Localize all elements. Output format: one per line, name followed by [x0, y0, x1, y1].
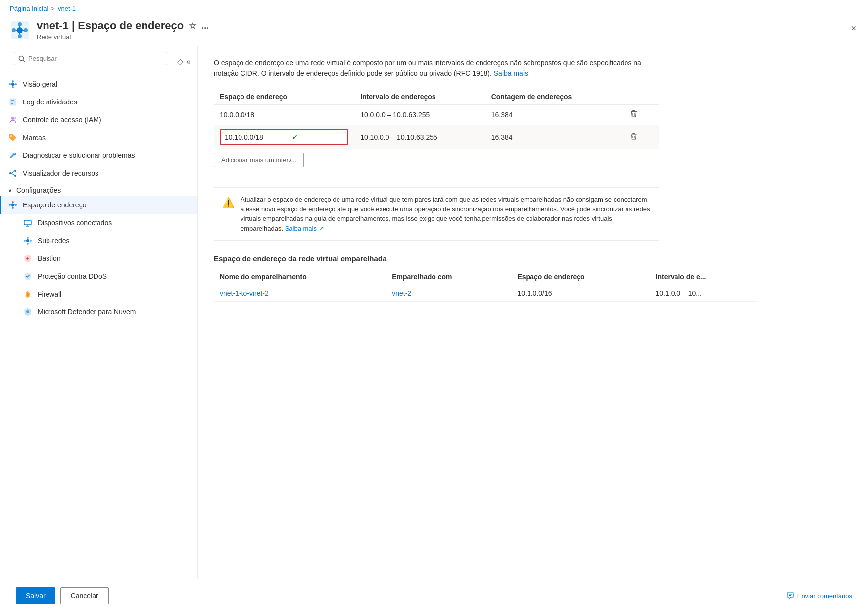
search-input[interactable] [28, 55, 163, 62]
learn-more-link[interactable]: Saiba mais [494, 69, 528, 77]
tag-icon [8, 133, 18, 143]
sidebar-item-firewall[interactable]: Firewall [0, 285, 197, 303]
svg-rect-58 [632, 133, 635, 134]
svg-line-32 [11, 173, 14, 175]
page-title: vnet-1 | Espaço de endereço ☆ ... [37, 19, 209, 32]
search-box[interactable] [14, 52, 167, 65]
sidebar-item-bastion[interactable]: Bastion [0, 250, 197, 267]
count-value-editing: 16.384 [485, 125, 622, 149]
add-interval-button[interactable]: Adicionar mais um interv... [214, 153, 304, 167]
close-button[interactable]: × [849, 21, 858, 36]
vnet-icon [10, 20, 30, 40]
table-row: 10.0.0.0/18 10.0.0.0 – 10.0.63.255 16.38… [214, 105, 659, 125]
graph-icon [8, 168, 18, 178]
svg-point-37 [12, 207, 14, 209]
warning-learn-more-link[interactable]: Saiba mais [285, 225, 317, 232]
sidebar-item-label: Firewall [38, 290, 191, 298]
svg-point-2 [12, 28, 16, 32]
svg-rect-59 [631, 134, 637, 135]
sidebar-item-dispositivos[interactable]: Dispositivos conectados [0, 214, 197, 232]
peering-name-link[interactable]: vnet-1-to-vnet-2 [220, 289, 269, 297]
delete-button-editing[interactable] [627, 131, 641, 143]
sidebar-item-label: Visualizador de recursos [23, 169, 191, 177]
sidebar-item-label: Bastion [38, 255, 191, 262]
sidebar-item-diagnosticar[interactable]: Diagnosticar e solucionar problemas [0, 147, 197, 164]
sidebar-item-label: Sub-redes [38, 237, 191, 245]
pin-icon[interactable]: ◇ [177, 57, 183, 66]
page-header: vnet-1 | Espaço de endereço ☆ ... Rede v… [0, 14, 868, 46]
svg-rect-42 [24, 220, 31, 225]
log-icon [8, 97, 18, 107]
svg-rect-55 [631, 111, 637, 112]
breadcrumb-current[interactable]: vnet-1 [58, 5, 76, 12]
check-icon: ✓ [292, 132, 298, 142]
sidebar-item-label: Diagnosticar e solucionar problemas [23, 152, 191, 159]
sidebar-item-label: Log de atividades [23, 98, 191, 106]
save-button[interactable]: Salvar [16, 587, 55, 604]
sidebar-item-espaco-endereco[interactable]: Espaço de endereço [0, 196, 197, 214]
footer-actions: Salvar Cancelar [16, 587, 109, 604]
peering-range: 10.1.0.0 – 10... [650, 285, 758, 302]
feedback-link[interactable]: Enviar comentários [786, 592, 852, 600]
svg-point-10 [19, 56, 24, 60]
peered-with-link[interactable]: vnet-2 [392, 289, 411, 297]
subnet-icon [23, 236, 33, 246]
sidebar-item-defender[interactable]: Microsoft Defender para Nuvem [0, 303, 197, 321]
svg-point-1 [17, 27, 23, 33]
col-header-actions [621, 89, 659, 105]
feedback-label: Enviar comentários [797, 592, 852, 600]
svg-point-27 [10, 135, 12, 137]
svg-point-47 [30, 240, 32, 242]
header-left: vnet-1 | Espaço de endereço ☆ ... Rede v… [10, 19, 209, 41]
svg-point-35 [15, 204, 17, 206]
sidebar-item-marcas[interactable]: Marcas [0, 129, 197, 147]
svg-point-4 [18, 22, 22, 26]
shield-icon [23, 271, 33, 281]
svg-point-36 [12, 201, 14, 203]
star-button[interactable]: ☆ [189, 20, 196, 31]
sidebar-section-configuracoes[interactable]: ∨ Configurações [0, 182, 197, 196]
peering-address-space: 10.1.0.0/16 [511, 285, 649, 302]
svg-point-5 [18, 34, 22, 38]
bastion-icon [23, 254, 33, 263]
col-range: Intervalo de e... [650, 269, 758, 285]
address-space-input[interactable] [225, 133, 289, 141]
svg-point-46 [24, 240, 26, 242]
col-header-range: Intervalo de endereços [354, 89, 485, 105]
svg-point-12 [11, 83, 14, 86]
delete-button[interactable] [627, 109, 641, 121]
sidebar-item-visualizador[interactable]: Visualizador de recursos [0, 164, 197, 182]
collapse-icon[interactable]: « [186, 57, 191, 66]
svg-point-13 [9, 83, 11, 85]
svg-point-14 [15, 83, 17, 85]
address-space-edit-cell: ✓ [214, 125, 354, 149]
sidebar-item-label: Proteção contra DDoS [38, 272, 191, 280]
sidebar-item-log[interactable]: Log de atividades [0, 93, 197, 111]
sidebar: ◇ « V [0, 46, 198, 579]
warning-external-icon[interactable]: ↗ [319, 225, 324, 232]
svg-point-3 [24, 28, 28, 32]
col-header-address-space: Espaço de endereço [214, 89, 354, 105]
svg-point-49 [27, 243, 29, 245]
range-value: 10.0.0.0 – 10.0.63.255 [354, 105, 485, 125]
cancel-button[interactable]: Cancelar [60, 587, 109, 604]
more-options-button[interactable]: ... [201, 21, 209, 31]
address-space-value: 10.0.0.0/18 [214, 105, 354, 125]
sidebar-item-label: Espaço de endereço [23, 201, 191, 209]
breadcrumb-separator: > [51, 5, 55, 12]
sidebar-item-ddos[interactable]: Proteção contra DDoS [0, 267, 197, 285]
description-text: O espaço de endereço de uma rede virtual… [214, 58, 659, 79]
svg-point-48 [27, 237, 29, 239]
col-header-count: Contagem de endereços [485, 89, 622, 105]
main-panel: Página Inicial > vnet-1 vnet-1 | Espaço [0, 0, 868, 612]
svg-rect-54 [632, 110, 635, 111]
sidebar-item-visao-geral[interactable]: Visão geral [0, 75, 197, 93]
breadcrumb-home[interactable]: Página Inicial [10, 5, 48, 12]
sidebar-item-sub-redes[interactable]: Sub-redes [0, 232, 197, 250]
edit-input-wrapper[interactable]: ✓ [220, 129, 348, 145]
svg-point-15 [12, 80, 14, 82]
warning-box: ⚠️ Atualizar o espaço de endereço de uma… [214, 187, 659, 241]
sidebar-item-iam[interactable]: Controle de acesso (IAM) [0, 111, 197, 129]
delete-cell-editing [621, 125, 659, 149]
firewall-icon [23, 289, 33, 299]
